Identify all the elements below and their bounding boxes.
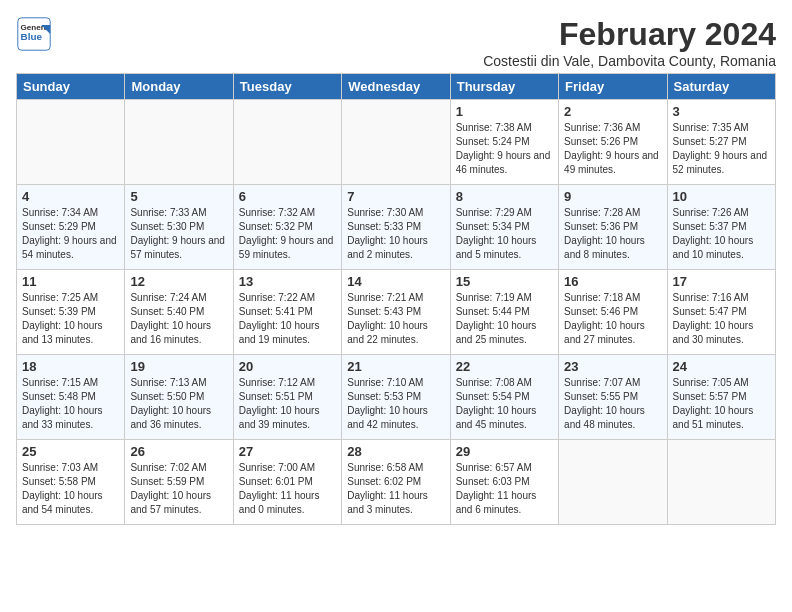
- day-detail: Sunrise: 7:13 AM Sunset: 5:50 PM Dayligh…: [130, 376, 227, 432]
- day-header-tuesday: Tuesday: [233, 74, 341, 100]
- day-number: 26: [130, 444, 227, 459]
- page-header: General Blue February 2024 Costestii din…: [16, 16, 776, 69]
- day-number: 5: [130, 189, 227, 204]
- calendar-cell: [667, 440, 775, 525]
- day-number: 19: [130, 359, 227, 374]
- day-detail: Sunrise: 7:12 AM Sunset: 5:51 PM Dayligh…: [239, 376, 336, 432]
- day-number: 23: [564, 359, 661, 374]
- day-number: 12: [130, 274, 227, 289]
- day-header-saturday: Saturday: [667, 74, 775, 100]
- day-number: 25: [22, 444, 119, 459]
- calendar-cell: 29Sunrise: 6:57 AM Sunset: 6:03 PM Dayli…: [450, 440, 558, 525]
- day-detail: Sunrise: 7:32 AM Sunset: 5:32 PM Dayligh…: [239, 206, 336, 262]
- day-number: 27: [239, 444, 336, 459]
- day-detail: Sunrise: 7:19 AM Sunset: 5:44 PM Dayligh…: [456, 291, 553, 347]
- day-number: 4: [22, 189, 119, 204]
- day-detail: Sunrise: 7:22 AM Sunset: 5:41 PM Dayligh…: [239, 291, 336, 347]
- day-number: 10: [673, 189, 770, 204]
- day-detail: Sunrise: 7:00 AM Sunset: 6:01 PM Dayligh…: [239, 461, 336, 517]
- day-number: 16: [564, 274, 661, 289]
- day-number: 20: [239, 359, 336, 374]
- calendar-cell: 22Sunrise: 7:08 AM Sunset: 5:54 PM Dayli…: [450, 355, 558, 440]
- calendar-cell: [125, 100, 233, 185]
- day-detail: Sunrise: 7:29 AM Sunset: 5:34 PM Dayligh…: [456, 206, 553, 262]
- calendar-cell: [233, 100, 341, 185]
- day-detail: Sunrise: 7:10 AM Sunset: 5:53 PM Dayligh…: [347, 376, 444, 432]
- calendar-cell: 2Sunrise: 7:36 AM Sunset: 5:26 PM Daylig…: [559, 100, 667, 185]
- calendar-cell: 7Sunrise: 7:30 AM Sunset: 5:33 PM Daylig…: [342, 185, 450, 270]
- calendar-cell: 13Sunrise: 7:22 AM Sunset: 5:41 PM Dayli…: [233, 270, 341, 355]
- svg-text:Blue: Blue: [21, 31, 43, 42]
- calendar-cell: [17, 100, 125, 185]
- day-detail: Sunrise: 7:33 AM Sunset: 5:30 PM Dayligh…: [130, 206, 227, 262]
- calendar-cell: [559, 440, 667, 525]
- month-title: February 2024: [483, 16, 776, 53]
- calendar-cell: 26Sunrise: 7:02 AM Sunset: 5:59 PM Dayli…: [125, 440, 233, 525]
- day-number: 9: [564, 189, 661, 204]
- day-detail: Sunrise: 7:38 AM Sunset: 5:24 PM Dayligh…: [456, 121, 553, 177]
- day-number: 6: [239, 189, 336, 204]
- calendar-cell: 24Sunrise: 7:05 AM Sunset: 5:57 PM Dayli…: [667, 355, 775, 440]
- day-detail: Sunrise: 7:25 AM Sunset: 5:39 PM Dayligh…: [22, 291, 119, 347]
- logo-icon: General Blue: [16, 16, 52, 52]
- calendar-cell: 27Sunrise: 7:00 AM Sunset: 6:01 PM Dayli…: [233, 440, 341, 525]
- day-header-wednesday: Wednesday: [342, 74, 450, 100]
- day-detail: Sunrise: 7:07 AM Sunset: 5:55 PM Dayligh…: [564, 376, 661, 432]
- day-detail: Sunrise: 6:58 AM Sunset: 6:02 PM Dayligh…: [347, 461, 444, 517]
- calendar-week-row: 4Sunrise: 7:34 AM Sunset: 5:29 PM Daylig…: [17, 185, 776, 270]
- day-detail: Sunrise: 7:24 AM Sunset: 5:40 PM Dayligh…: [130, 291, 227, 347]
- day-detail: Sunrise: 7:30 AM Sunset: 5:33 PM Dayligh…: [347, 206, 444, 262]
- day-detail: Sunrise: 7:28 AM Sunset: 5:36 PM Dayligh…: [564, 206, 661, 262]
- title-area: February 2024 Costestii din Vale, Dambov…: [483, 16, 776, 69]
- location-subtitle: Costestii din Vale, Dambovita County, Ro…: [483, 53, 776, 69]
- calendar-cell: 25Sunrise: 7:03 AM Sunset: 5:58 PM Dayli…: [17, 440, 125, 525]
- day-number: 22: [456, 359, 553, 374]
- day-number: 29: [456, 444, 553, 459]
- day-number: 18: [22, 359, 119, 374]
- day-header-monday: Monday: [125, 74, 233, 100]
- calendar-header-row: SundayMondayTuesdayWednesdayThursdayFrid…: [17, 74, 776, 100]
- calendar-table: SundayMondayTuesdayWednesdayThursdayFrid…: [16, 73, 776, 525]
- calendar-cell: [342, 100, 450, 185]
- calendar-cell: 28Sunrise: 6:58 AM Sunset: 6:02 PM Dayli…: [342, 440, 450, 525]
- day-number: 3: [673, 104, 770, 119]
- calendar-cell: 17Sunrise: 7:16 AM Sunset: 5:47 PM Dayli…: [667, 270, 775, 355]
- logo: General Blue: [16, 16, 52, 52]
- day-detail: Sunrise: 7:35 AM Sunset: 5:27 PM Dayligh…: [673, 121, 770, 177]
- day-number: 8: [456, 189, 553, 204]
- day-number: 24: [673, 359, 770, 374]
- calendar-cell: 4Sunrise: 7:34 AM Sunset: 5:29 PM Daylig…: [17, 185, 125, 270]
- day-detail: Sunrise: 7:18 AM Sunset: 5:46 PM Dayligh…: [564, 291, 661, 347]
- day-number: 17: [673, 274, 770, 289]
- day-number: 2: [564, 104, 661, 119]
- calendar-cell: 19Sunrise: 7:13 AM Sunset: 5:50 PM Dayli…: [125, 355, 233, 440]
- calendar-cell: 16Sunrise: 7:18 AM Sunset: 5:46 PM Dayli…: [559, 270, 667, 355]
- calendar-cell: 20Sunrise: 7:12 AM Sunset: 5:51 PM Dayli…: [233, 355, 341, 440]
- day-detail: Sunrise: 7:26 AM Sunset: 5:37 PM Dayligh…: [673, 206, 770, 262]
- calendar-cell: 6Sunrise: 7:32 AM Sunset: 5:32 PM Daylig…: [233, 185, 341, 270]
- calendar-cell: 23Sunrise: 7:07 AM Sunset: 5:55 PM Dayli…: [559, 355, 667, 440]
- calendar-cell: 9Sunrise: 7:28 AM Sunset: 5:36 PM Daylig…: [559, 185, 667, 270]
- day-detail: Sunrise: 7:15 AM Sunset: 5:48 PM Dayligh…: [22, 376, 119, 432]
- calendar-cell: 8Sunrise: 7:29 AM Sunset: 5:34 PM Daylig…: [450, 185, 558, 270]
- calendar-week-row: 1Sunrise: 7:38 AM Sunset: 5:24 PM Daylig…: [17, 100, 776, 185]
- day-number: 15: [456, 274, 553, 289]
- calendar-cell: 1Sunrise: 7:38 AM Sunset: 5:24 PM Daylig…: [450, 100, 558, 185]
- day-number: 13: [239, 274, 336, 289]
- day-detail: Sunrise: 7:05 AM Sunset: 5:57 PM Dayligh…: [673, 376, 770, 432]
- day-detail: Sunrise: 6:57 AM Sunset: 6:03 PM Dayligh…: [456, 461, 553, 517]
- calendar-week-row: 25Sunrise: 7:03 AM Sunset: 5:58 PM Dayli…: [17, 440, 776, 525]
- calendar-cell: 10Sunrise: 7:26 AM Sunset: 5:37 PM Dayli…: [667, 185, 775, 270]
- calendar-cell: 5Sunrise: 7:33 AM Sunset: 5:30 PM Daylig…: [125, 185, 233, 270]
- day-number: 14: [347, 274, 444, 289]
- day-detail: Sunrise: 7:16 AM Sunset: 5:47 PM Dayligh…: [673, 291, 770, 347]
- day-detail: Sunrise: 7:08 AM Sunset: 5:54 PM Dayligh…: [456, 376, 553, 432]
- calendar-week-row: 11Sunrise: 7:25 AM Sunset: 5:39 PM Dayli…: [17, 270, 776, 355]
- day-number: 1: [456, 104, 553, 119]
- calendar-cell: 21Sunrise: 7:10 AM Sunset: 5:53 PM Dayli…: [342, 355, 450, 440]
- day-number: 21: [347, 359, 444, 374]
- day-number: 11: [22, 274, 119, 289]
- day-header-sunday: Sunday: [17, 74, 125, 100]
- day-detail: Sunrise: 7:36 AM Sunset: 5:26 PM Dayligh…: [564, 121, 661, 177]
- calendar-cell: 3Sunrise: 7:35 AM Sunset: 5:27 PM Daylig…: [667, 100, 775, 185]
